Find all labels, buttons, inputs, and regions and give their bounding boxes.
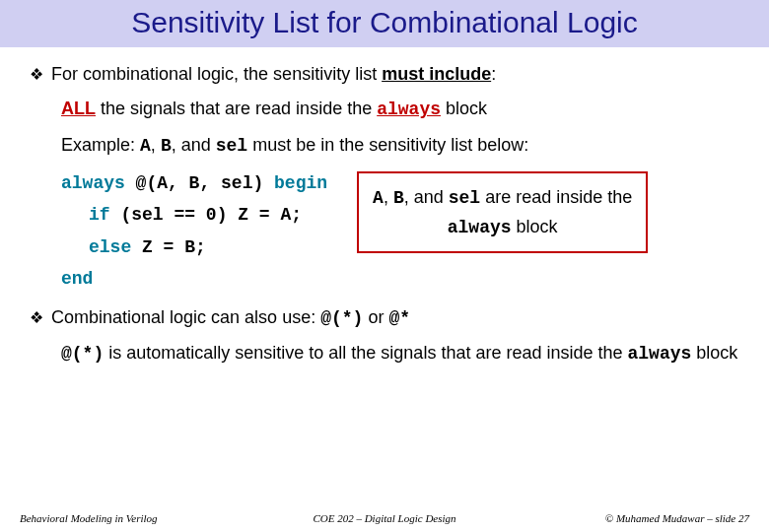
- code-line-3: else Z = B;: [89, 232, 327, 263]
- footer-center: COE 202 – Digital Logic Design: [0, 512, 769, 524]
- line-3: Example: A, B, and sel must be in the se…: [61, 130, 739, 162]
- title-bar: Sensitivity List for Combinational Logic: [0, 0, 769, 47]
- text: , and: [172, 135, 216, 155]
- text: ,: [384, 187, 393, 207]
- diamond-icon: ❖: [30, 304, 43, 331]
- kw-always: always: [61, 173, 125, 193]
- text: block: [691, 343, 737, 363]
- slide-title: Sensitivity List for Combinational Logic: [131, 6, 638, 38]
- keyword-all: ALL: [61, 99, 96, 118]
- line-2: ALL the signals that are read inside the…: [61, 94, 739, 125]
- footer: Behavioral Modeling in Verilog COE 202 –…: [0, 512, 769, 524]
- code-block: always @(A, B, sel) begin if (sel == 0) …: [61, 167, 347, 296]
- code-inline: sel: [449, 188, 480, 208]
- bullet-2-text: Combinational logic can also use: @(*) o…: [51, 302, 410, 334]
- code-inline: @(*): [320, 308, 363, 328]
- code-inline: B: [161, 136, 172, 156]
- text: For combinational logic, the sensitivity…: [51, 64, 382, 84]
- code-text: Z = B;: [131, 237, 206, 257]
- text: block: [441, 99, 487, 118]
- code-inline: always: [448, 218, 512, 237]
- code-inline: B: [393, 188, 404, 208]
- text: Example:: [61, 135, 140, 155]
- code-inline: sel: [216, 136, 247, 156]
- bullet-1: ❖ For combinational logic, the sensitivi…: [30, 59, 739, 90]
- code-inline: @(*): [61, 344, 104, 364]
- note-box: A, B, and sel are read inside the always…: [357, 171, 648, 254]
- text: is automatically sensitive to all the si…: [104, 343, 627, 363]
- emphasis: must include: [382, 64, 491, 84]
- keyword-always: always: [377, 100, 441, 119]
- kw-else: else: [89, 237, 131, 257]
- code-inline: @*: [388, 308, 410, 328]
- code-inline: A: [373, 188, 384, 208]
- kw-if: if: [89, 205, 110, 225]
- diamond-icon: ❖: [30, 61, 43, 88]
- line-4: @(*) is automatically sensitive to all t…: [61, 338, 739, 369]
- bullet-1-text: For combinational logic, the sensitivity…: [51, 59, 496, 90]
- code-line-2: if (sel == 0) Z = A;: [89, 199, 327, 231]
- content-area: ❖ For combinational logic, the sensitivi…: [0, 47, 769, 369]
- text: must be in the sensitivity list below:: [247, 135, 528, 155]
- code-text: (sel == 0) Z = A;: [110, 205, 302, 225]
- text: :: [491, 64, 496, 84]
- code-and-note: always @(A, B, sel) begin if (sel == 0) …: [61, 167, 739, 296]
- text: Combinational logic can also use:: [51, 307, 320, 327]
- kw-end: end: [61, 269, 93, 289]
- text: are read inside the: [480, 187, 632, 207]
- code-inline: always: [628, 344, 692, 364]
- text: block: [512, 217, 558, 236]
- text: , and: [404, 187, 449, 207]
- bullet-2: ❖ Combinational logic can also use: @(*)…: [30, 302, 739, 334]
- code-line-4: end: [61, 263, 327, 295]
- text: the signals that are read inside the: [96, 99, 377, 118]
- kw-begin: begin: [274, 173, 327, 193]
- code-line-1: always @(A, B, sel) begin: [61, 167, 327, 199]
- text: ,: [151, 135, 161, 155]
- code-text: @(A, B, sel): [125, 173, 274, 193]
- code-inline: A: [140, 136, 151, 156]
- text: or: [363, 307, 388, 327]
